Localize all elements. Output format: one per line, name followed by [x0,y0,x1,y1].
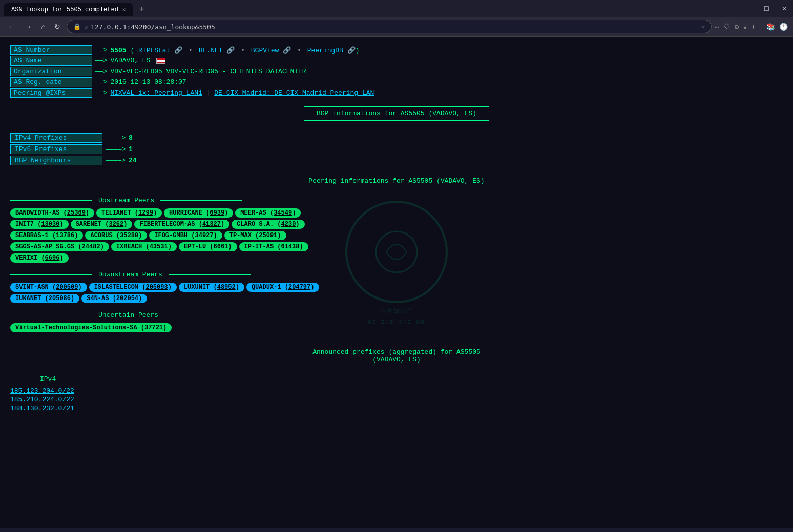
peer-tag[interactable]: QUADUX-1 (204797) [246,283,319,292]
tab-close-button[interactable]: ✕ [122,6,126,13]
asn-link[interactable]: 1299 [138,209,153,217]
bgp-neighbours-label: BGP Neighbours [10,156,102,165]
prefix-link[interactable]: 185.123.204.0/22 [10,387,783,395]
extensions-icon[interactable]: ⋯ [715,23,719,31]
ipv6-prefixes-line: IPv6 Prefixes ————> 1 [10,144,783,154]
bookmarks-icon[interactable]: 📚 [766,23,775,31]
peer-tag[interactable]: IP-IT-AS (61438) [239,242,308,251]
peer-tag[interactable]: S4N-AS (202054) [81,294,147,303]
address-bar[interactable] [91,23,698,31]
es-flag [156,58,165,64]
bgpview-link[interactable]: BGPView [251,47,279,54]
org-value: VDV-VLC-RED05 VDV-VLC-RED05 - CLIENTES D… [110,68,306,75]
decix-link[interactable]: DE-CIX Madrid: DE-CIX Madrid Peering LAN [214,89,374,97]
active-tab[interactable]: ASN Lookup for 5505 completed ✕ [4,3,133,16]
peer-tag[interactable]: LUXUNIT (48952) [179,283,244,292]
uncertain-peers-container: Virtual-Technologies-Solutions-SA (37721… [10,323,783,332]
back-button[interactable]: ← [5,20,18,33]
peer-tag[interactable]: ACORUS (35280) [85,231,147,240]
peer-tag[interactable]: EPT-LU (6661) [179,242,237,251]
shield-icon[interactable]: 🛡 [723,23,731,31]
asn-link[interactable]: 25369 [67,209,86,217]
peeringdb-link[interactable]: PeeringDB [307,47,343,54]
peer-tag[interactable]: IFOG-GMBH (34927) [149,231,222,240]
peer-tag[interactable]: FIBERTELECOM-AS (41327) [134,220,229,229]
nixval-link[interactable]: NIXVAL-ix: Peering LAN1 [110,89,202,97]
asn-link[interactable]: 25091 [259,232,277,239]
peer-tag[interactable]: ISLASTELECOM (205093) [89,283,177,292]
downstream-peers-container: SVINT-ASN (200509)ISLASTELECOM (205093)L… [10,283,783,303]
asn-link[interactable]: 205086 [49,295,71,302]
peer-tag[interactable]: BANDWIDTH-AS (25369) [10,208,94,218]
prefix-link[interactable]: 185.210.224.0/22 [10,396,783,403]
browser-chrome: ASN Lookup for 5505 completed ✕ + — ☐ ✕ … [0,0,793,37]
asn-link[interactable]: 35280 [120,232,138,239]
asn-link[interactable]: 204797 [288,284,310,291]
ipv6-prefixes-value: 1 [129,145,133,153]
asn-link[interactable]: 6696 [45,254,60,262]
maximize-button[interactable]: ☐ [758,2,776,15]
asn-link[interactable]: 43531 [150,243,168,250]
peer-tag[interactable]: Virtual-Technologies-Solutions-SA (37721… [10,323,172,332]
asn-link[interactable]: 34927 [195,232,213,239]
downstream-peers-divider: Downstream Peers [10,271,783,279]
asn-link[interactable]: 202054 [116,295,138,302]
reg-date-label: AS Reg. date [10,77,92,87]
ipv4-section-label: IPv4 [10,375,783,383]
history-icon[interactable]: 🕐 [779,23,788,31]
peer-tag[interactable]: SARENET (3262) [71,220,133,229]
as-name-value: VADAVO, ES [110,57,165,65]
new-tab-button[interactable]: + [135,2,149,17]
peer-tag[interactable]: IXREACH (43531) [111,242,177,251]
peer-tag[interactable]: SEABRAS-1 (13786) [10,231,83,240]
asn-link[interactable]: 37721 [144,324,163,331]
org-label: Organization [10,67,92,76]
prefix-link[interactable]: 188.130.232.0/21 [10,405,783,412]
star-icon[interactable]: ★ [743,23,747,31]
peer-tag[interactable]: HURRICANE (6939) [164,208,233,218]
download-icon[interactable]: ⬇ [752,23,756,31]
asn-link[interactable]: 200509 [56,284,78,291]
peer-tag[interactable]: MEER-AS (34549) [235,208,301,218]
asn-link[interactable]: 61438 [281,243,300,250]
prefix-list: 185.123.204.0/22185.210.224.0/22188.130.… [10,387,783,412]
asn-link[interactable]: 41327 [202,221,221,228]
asn-link[interactable]: 3262 [109,221,123,228]
downstream-peers-label: Downstream Peers [98,271,162,279]
forward-button[interactable]: → [22,20,35,33]
peer-tag[interactable]: TELIANET (1299) [96,208,162,218]
peer-tag[interactable]: CLARO S.A. (4230) [232,220,304,229]
browser-extra-icons: 📚 🕐 [766,23,788,31]
minimize-button[interactable]: — [739,2,758,15]
asn-link[interactable]: 6939 [210,209,224,217]
bookmark-icon[interactable]: ☆ [701,23,705,31]
refresh-button[interactable]: ↻ [51,20,64,33]
home-button[interactable]: ⌂ [38,20,48,33]
close-button[interactable]: ✕ [776,2,793,15]
asn-link[interactable]: 13030 [41,221,59,228]
peer-tag[interactable]: INIT7 (13030) [10,220,69,229]
asn-link[interactable]: 34549 [274,209,292,217]
as-name-line: AS Name ——> VADAVO, ES [10,56,783,66]
upstream-peers-divider: Upstream Peers [10,197,783,204]
ripestat-link[interactable]: RIPEStat [138,47,170,54]
peer-tag[interactable]: SVINT-ASN (200509) [10,283,87,292]
asn-link[interactable]: 48952 [217,284,236,291]
as-number-value: 5505 ( RIPEStat 🔗 • HE.NET 🔗 • BGPView 🔗… [110,46,359,54]
tab-title: ASN Lookup for 5505 completed [11,6,118,13]
peer-tag[interactable]: VERIXI (6696) [10,253,69,263]
peer-tag[interactable]: IUKANET (205086) [10,294,79,303]
ipv4-prefixes-value: 8 [129,134,133,142]
he-net-link[interactable]: HE.NET [199,47,223,54]
announced-prefixes-header: Announced prefixes (aggregated) for AS55… [300,345,493,367]
uncertain-peers-divider: Uncertain Peers [10,311,783,319]
asn-link[interactable]: 205093 [145,284,168,291]
address-bar-container[interactable]: 🔒 ⊕ ☆ [67,20,712,33]
asn-link[interactable]: 13786 [56,232,74,239]
peer-tag[interactable]: SGGS-AS-AP SG.GS (24482) [10,242,109,251]
peer-tag[interactable]: TP-MAX (25091) [224,231,286,240]
asn-link[interactable]: 4230 [281,221,296,228]
settings-icon[interactable]: ⚙ [735,23,739,31]
asn-link[interactable]: 24482 [82,243,100,250]
asn-link[interactable]: 6661 [213,243,228,250]
